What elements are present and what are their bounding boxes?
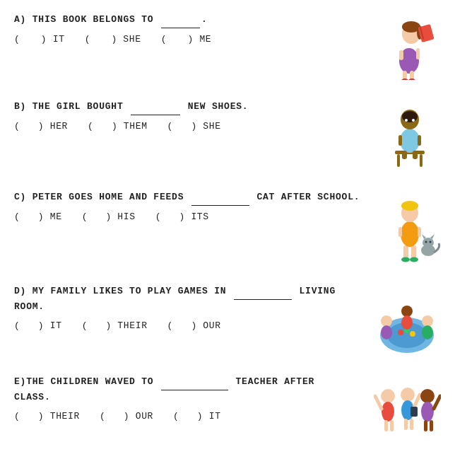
svg-rect-62 bbox=[424, 420, 427, 431]
option-e-our: ( ) OUR bbox=[100, 411, 153, 422]
label-c-me: ME bbox=[44, 211, 61, 222]
divider-ab bbox=[14, 93, 441, 100]
image-c-area bbox=[363, 190, 441, 265]
blank-a[interactable] bbox=[161, 13, 200, 28]
checkbox-a-me[interactable]: ) bbox=[182, 34, 194, 45]
label-b-them: THEM bbox=[117, 121, 147, 132]
option-d-their: ( ) THEIR bbox=[82, 320, 148, 331]
option-d-our: ( ) OUR bbox=[167, 320, 221, 331]
svg-point-19 bbox=[412, 119, 415, 122]
image-d-area bbox=[363, 284, 441, 355]
label-d-their: THEIR bbox=[112, 320, 148, 331]
svg-point-27 bbox=[410, 257, 418, 262]
svg-rect-10 bbox=[418, 24, 434, 42]
blank-b[interactable] bbox=[131, 100, 180, 115]
option-b-she: ( ) SHE bbox=[167, 121, 221, 132]
label-e-their: THEIR bbox=[44, 411, 80, 422]
label-c-his: HIS bbox=[112, 211, 136, 222]
checkbox-c-its[interactable]: ) bbox=[173, 211, 185, 222]
label-e-it: IT bbox=[203, 411, 220, 422]
label-a-me: ME bbox=[194, 34, 211, 45]
svg-rect-14 bbox=[420, 154, 422, 167]
question-e: E)THE CHILDREN WAVED TO TEACHER AFTERCLA… bbox=[14, 375, 441, 453]
svg-rect-57 bbox=[404, 419, 408, 430]
svg-rect-52 bbox=[384, 420, 388, 431]
svg-line-54 bbox=[375, 396, 382, 409]
svg-point-4 bbox=[408, 79, 415, 80]
svg-point-41 bbox=[398, 330, 403, 335]
image-b-area bbox=[363, 100, 441, 170]
checkbox-d-their[interactable]: ) bbox=[100, 320, 112, 331]
svg-rect-20 bbox=[402, 151, 407, 159]
svg-point-26 bbox=[401, 257, 410, 262]
svg-point-55 bbox=[401, 388, 415, 402]
svg-rect-58 bbox=[410, 419, 413, 430]
label-d-it: IT bbox=[44, 320, 61, 331]
divider-cd bbox=[14, 277, 441, 284]
option-a-me: ( ) ME bbox=[161, 34, 212, 45]
question-a: A) THIS BOOK BELONGS TO . ( ) IT ( ) SHE… bbox=[14, 13, 441, 80]
question-b: B) THE GIRL BOUGHT NEW SHOES. ( ) HER ( … bbox=[14, 100, 441, 170]
checkbox-c-his[interactable]: ) bbox=[100, 211, 112, 222]
question-a-content: A) THIS BOOK BELONGS TO . ( ) IT ( ) SHE… bbox=[14, 13, 363, 45]
svg-point-37 bbox=[425, 241, 427, 243]
checkbox-d-it[interactable]: ) bbox=[32, 320, 44, 331]
label-c-its: ITS bbox=[185, 211, 209, 222]
option-c-his: ( ) HIS bbox=[82, 211, 136, 222]
checkbox-b-her[interactable]: ) bbox=[32, 121, 44, 132]
svg-point-3 bbox=[401, 79, 408, 80]
svg-point-51 bbox=[382, 402, 394, 422]
svg-point-49 bbox=[422, 325, 433, 339]
svg-point-46 bbox=[401, 306, 413, 317]
svg-point-15 bbox=[400, 129, 420, 153]
options-d: ( ) IT ( ) THEIR ( ) OUR bbox=[14, 320, 363, 331]
svg-point-48 bbox=[422, 315, 433, 327]
image-e-area bbox=[363, 375, 441, 453]
checkbox-e-our[interactable]: ) bbox=[117, 411, 129, 422]
options-b: ( ) HER ( ) THEM ( ) SHE bbox=[14, 121, 363, 132]
svg-point-42 bbox=[410, 331, 415, 337]
checkbox-b-them[interactable]: ) bbox=[105, 121, 117, 132]
checkbox-a-she[interactable]: ) bbox=[105, 34, 117, 45]
svg-rect-63 bbox=[430, 420, 433, 431]
question-d-text: D) MY FAMILY LIKES TO PLAY GAMES IN LIVI… bbox=[14, 284, 363, 315]
checkbox-e-their[interactable]: ) bbox=[32, 411, 44, 422]
svg-point-50 bbox=[381, 389, 395, 403]
svg-rect-9 bbox=[416, 48, 420, 59]
svg-point-18 bbox=[405, 119, 408, 122]
checkbox-a-it[interactable]: ) bbox=[35, 34, 47, 45]
svg-rect-31 bbox=[398, 227, 402, 237]
checkbox-e-it[interactable]: ) bbox=[191, 411, 203, 422]
divider-bc bbox=[14, 183, 441, 190]
svg-rect-13 bbox=[397, 154, 400, 167]
blank-e[interactable] bbox=[161, 375, 228, 390]
svg-rect-53 bbox=[390, 420, 394, 431]
svg-point-30 bbox=[401, 201, 418, 211]
checkbox-c-me[interactable]: ) bbox=[32, 211, 44, 222]
blank-d[interactable] bbox=[234, 284, 292, 300]
svg-point-47 bbox=[401, 315, 413, 330]
divider-de bbox=[14, 368, 441, 375]
option-e-it: ( ) IT bbox=[173, 411, 221, 422]
option-b-them: ( ) THEM bbox=[88, 121, 148, 132]
option-c-its: ( ) ITS bbox=[155, 211, 209, 222]
svg-rect-8 bbox=[399, 50, 403, 60]
option-a-she: ( ) SHE bbox=[85, 34, 141, 45]
question-a-text: A) THIS BOOK BELONGS TO . bbox=[14, 13, 363, 28]
children-teacher-image bbox=[374, 375, 441, 453]
image-a-area bbox=[363, 13, 441, 80]
question-b-content: B) THE GIRL BOUGHT NEW SHOES. ( ) HER ( … bbox=[14, 100, 363, 132]
checkbox-b-she[interactable]: ) bbox=[185, 121, 197, 132]
question-d-content: D) MY FAMILY LIKES TO PLAY GAMES IN LIVI… bbox=[14, 284, 363, 331]
options-c: ( ) ME ( ) HIS ( ) ITS bbox=[14, 211, 363, 222]
label-a-she: SHE bbox=[117, 34, 141, 45]
girl-book-image bbox=[377, 13, 441, 80]
label-d-our: OUR bbox=[197, 320, 221, 331]
question-d: D) MY FAMILY LIKES TO PLAY GAMES IN LIVI… bbox=[14, 284, 441, 355]
checkbox-d-our[interactable]: ) bbox=[185, 320, 197, 331]
blank-c[interactable] bbox=[191, 190, 249, 206]
girl-shoes-image bbox=[377, 100, 441, 170]
svg-point-38 bbox=[430, 241, 432, 243]
option-a-it: ( ) IT bbox=[14, 34, 65, 45]
boy-cat-image bbox=[377, 190, 441, 265]
